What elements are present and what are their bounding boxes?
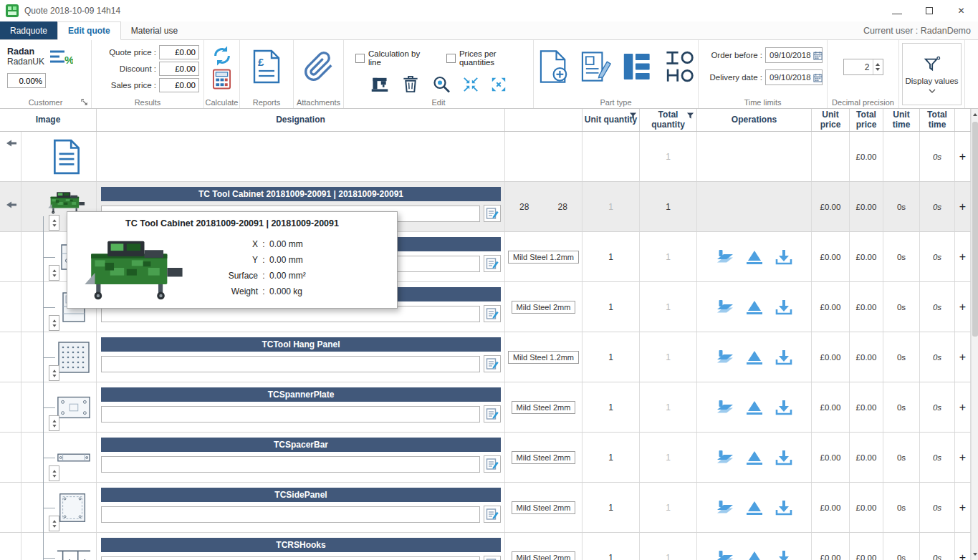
customer-discount-field[interactable] [7, 73, 46, 88]
punch-operation-icon[interactable] [716, 549, 734, 560]
add-row-button[interactable]: + [955, 533, 971, 560]
filter-funnel-icon[interactable] [629, 112, 637, 120]
bend-operation-icon[interactable] [745, 499, 764, 516]
unit-quantity-cell[interactable]: 1 [583, 533, 640, 560]
customer-discount-icon[interactable]: % [49, 48, 73, 67]
calculate-button[interactable] [208, 44, 235, 97]
note-button[interactable] [484, 255, 501, 272]
header-operations[interactable]: Operations [697, 109, 812, 131]
comment-input[interactable] [101, 506, 480, 523]
collapse-row-icon[interactable] [6, 201, 17, 209]
export-operation-icon[interactable] [775, 449, 793, 466]
add-row-button[interactable]: + [955, 132, 971, 181]
comment-input[interactable] [101, 556, 480, 560]
note-button[interactable] [484, 455, 501, 473]
header-unit-price[interactable]: Unit price [812, 109, 850, 131]
order-before-field[interactable]: 09/10/2018 [765, 47, 823, 63]
part-row[interactable]: TCSpannerPlate Mild Steel 2mm 1 1 £0.00 … [0, 382, 978, 433]
scrollbar-thumb[interactable] [972, 122, 978, 337]
add-row-button[interactable]: + [955, 483, 971, 532]
bend-operation-icon[interactable] [745, 449, 764, 466]
bend-operation-icon[interactable] [745, 248, 764, 266]
decimal-precision-stepper[interactable]: 2 [843, 59, 883, 75]
part-row[interactable]: TCRSHooks Mild Steel 2mm 1 1 £0.00 £0.00… [0, 533, 978, 560]
designation-bar[interactable]: TC Tool Cabinet 20181009-20091 | 2018100… [101, 187, 501, 201]
unit-quantity-cell[interactable]: 1 [583, 433, 640, 482]
edit-part-icon[interactable] [580, 48, 611, 85]
designation-bar[interactable]: TCTool Hang Panel [101, 337, 501, 352]
designation-bar[interactable]: TCSpacerBar [101, 438, 501, 452]
header-image[interactable]: Image [0, 109, 97, 131]
vertical-scrollbar[interactable] [971, 109, 978, 560]
new-part-icon[interactable] [538, 48, 569, 85]
comment-input[interactable] [101, 356, 480, 372]
calendar-icon[interactable] [813, 73, 823, 82]
checkbox-box[interactable] [355, 54, 365, 63]
note-button[interactable] [484, 506, 501, 523]
material-chip[interactable]: Mild Steel 2mm [512, 401, 576, 414]
note-button[interactable] [484, 305, 501, 322]
header-unit-time[interactable]: Unit time [883, 109, 920, 131]
prices-per-quantities-checkbox[interactable]: Prices per quantities [446, 49, 529, 67]
bend-operation-icon[interactable] [745, 549, 764, 560]
image-stepper[interactable] [49, 465, 59, 481]
bend-operation-icon[interactable] [745, 349, 764, 366]
zoom-search-icon[interactable] [432, 74, 451, 94]
punch-operation-icon[interactable] [716, 499, 734, 516]
header-total-time[interactable]: Total time [920, 109, 955, 131]
image-stepper[interactable] [49, 365, 59, 381]
add-row-button[interactable]: + [955, 382, 971, 432]
image-stepper[interactable] [49, 315, 59, 331]
tab-radquote[interactable]: Radquote [0, 21, 57, 39]
unit-quantity-cell[interactable]: 1 [583, 232, 640, 281]
note-button[interactable] [484, 205, 501, 222]
checkbox-box[interactable] [446, 54, 456, 63]
quote-price-field[interactable] [159, 45, 199, 59]
tab-edit-quote[interactable]: Edit quote [57, 21, 121, 40]
add-row-button[interactable]: + [955, 433, 971, 482]
export-operation-icon[interactable] [775, 248, 793, 266]
sales-price-field[interactable] [159, 78, 199, 92]
machine-tool-icon[interactable] [370, 74, 389, 94]
close-button[interactable]: ✕ [945, 1, 977, 21]
maximize-button[interactable] [913, 1, 945, 21]
unit-quantity-cell[interactable]: 1 [583, 382, 640, 432]
material-chip[interactable]: Mild Steel 2mm [512, 551, 576, 560]
assembly-icon[interactable] [623, 48, 651, 85]
tab-material-use[interactable]: Material use [121, 21, 188, 39]
collapse-row-icon[interactable] [6, 139, 17, 148]
punch-operation-icon[interactable] [716, 399, 734, 416]
designation-bar[interactable]: TCSidePanel [101, 488, 501, 502]
material-chip[interactable]: Mild Steel 2mm [512, 301, 576, 314]
material-chip[interactable]: Mild Steel 2mm [512, 501, 576, 514]
calculation-by-line-checkbox[interactable]: Calculation by line [355, 49, 431, 67]
unit-quantity-cell[interactable]: 1 [583, 483, 640, 532]
unit-quantity-cell[interactable]: 1 [583, 282, 640, 332]
display-values-button[interactable]: Display values [902, 43, 962, 105]
symbols-icon[interactable] [663, 48, 694, 85]
material-chip[interactable]: Mild Steel 2mm [512, 451, 576, 464]
export-operation-icon[interactable] [775, 349, 793, 366]
image-stepper[interactable] [49, 265, 59, 281]
part-row[interactable]: TCSpacerBar Mild Steel 2mm 1 1 £0.00 £0.… [0, 433, 978, 483]
part-row[interactable]: TCSidePanel Mild Steel 2mm 1 1 £0.00 £0.… [0, 483, 978, 533]
export-operation-icon[interactable] [775, 499, 793, 516]
scroll-up-icon[interactable] [972, 110, 978, 120]
reports-button[interactable]: £ [244, 44, 289, 97]
note-button[interactable] [484, 405, 501, 423]
designation-bar[interactable]: TCSpannerPlate [101, 387, 501, 402]
punch-operation-icon[interactable] [716, 449, 734, 466]
bend-operation-icon[interactable] [745, 299, 764, 316]
filter-funnel-icon[interactable] [686, 112, 694, 120]
unit-quantity-cell[interactable]: 1 [583, 182, 640, 231]
unit-quantity-cell[interactable]: 1 [583, 332, 640, 382]
header-unit-quantity[interactable]: Unit quantity [583, 109, 640, 131]
delivery-date-field[interactable]: 09/10/2018 [765, 69, 823, 85]
collapse-all-icon[interactable] [463, 77, 479, 92]
expand-all-icon[interactable] [491, 77, 507, 92]
image-stepper[interactable] [49, 415, 59, 431]
comment-input[interactable] [101, 456, 480, 473]
header-material[interactable] [505, 109, 583, 131]
delete-icon[interactable] [401, 74, 420, 94]
punch-operation-icon[interactable] [716, 248, 734, 266]
